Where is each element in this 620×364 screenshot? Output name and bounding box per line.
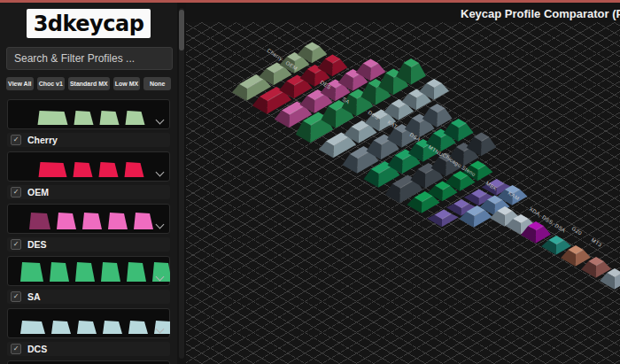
profile-preview-card-oem[interactable] <box>7 151 170 182</box>
checkbox-checked-icon[interactable]: ✓ <box>11 344 21 354</box>
profile-preview-art <box>12 259 170 283</box>
profile-preview-card-partial[interactable] <box>7 360 170 364</box>
filter-button-row: View AllChoc v1Standard MXLow MXNone <box>6 77 171 90</box>
profile-preview-art <box>12 312 170 335</box>
filter-button-standard-mx[interactable]: Standard MX <box>68 77 110 90</box>
search-input[interactable] <box>6 47 173 70</box>
profile-toggle-cherry[interactable]: ✓Cherry <box>7 133 170 147</box>
sidebar: 3dkeycap View AllChoc v1Standard MXLow M… <box>0 3 177 364</box>
filter-button-view-all[interactable]: View All <box>6 77 34 90</box>
profile-label: DES <box>27 239 47 250</box>
profile-preview-art <box>12 103 170 126</box>
checkbox-checked-icon[interactable]: ✓ <box>11 239 21 250</box>
profile-preview-card-dcs[interactable] <box>7 308 170 338</box>
sidebar-scrollbar[interactable] <box>179 8 184 359</box>
profile-label: Cherry <box>27 135 58 145</box>
scene-viewport[interactable]: CherryOEMDESSADCSKATDSAMTNUChicago Steno… <box>186 3 620 364</box>
profile-label: DCS <box>27 344 47 354</box>
profile-list: ✓Cherry✓OEM✓DES✓SA✓DCS <box>0 95 177 364</box>
page-title: Keycap Profile Comparator (Prot <box>461 7 620 20</box>
profile-label: SA <box>27 291 41 302</box>
profile-preview-card-des[interactable] <box>7 204 170 234</box>
profile-preview-art <box>12 207 170 230</box>
profile-preview-art <box>12 155 170 178</box>
checkbox-checked-icon[interactable]: ✓ <box>11 187 21 197</box>
filter-button-low-mx[interactable]: Low MX <box>113 77 141 90</box>
app-logo: 3dkeycap <box>27 9 151 38</box>
top-accent-bar <box>0 0 620 3</box>
viewport-panel: Keycap Profile Comparator (Prot CherryOE… <box>186 3 620 364</box>
row-label: MT3 <box>590 237 602 248</box>
checkbox-checked-icon[interactable]: ✓ <box>11 291 21 302</box>
profile-toggle-sa[interactable]: ✓SA <box>7 290 170 304</box>
profile-preview-card-sa[interactable] <box>7 256 170 286</box>
filter-button-choc-v1[interactable]: Choc v1 <box>37 77 65 90</box>
checkbox-checked-icon[interactable]: ✓ <box>11 135 21 145</box>
sidebar-scrollbar-thumb[interactable] <box>179 10 184 50</box>
profile-toggle-oem[interactable]: ✓OEM <box>7 185 170 199</box>
profile-preview-card-cherry[interactable] <box>7 99 170 129</box>
profile-toggle-dcs[interactable]: ✓DCS <box>7 342 170 356</box>
profile-toggle-des[interactable]: ✓DES <box>7 237 170 252</box>
row-label: G20 <box>570 226 583 236</box>
filter-button-none[interactable]: None <box>143 77 171 90</box>
profile-label: OEM <box>27 187 49 197</box>
row-label: Cherry <box>266 48 283 62</box>
